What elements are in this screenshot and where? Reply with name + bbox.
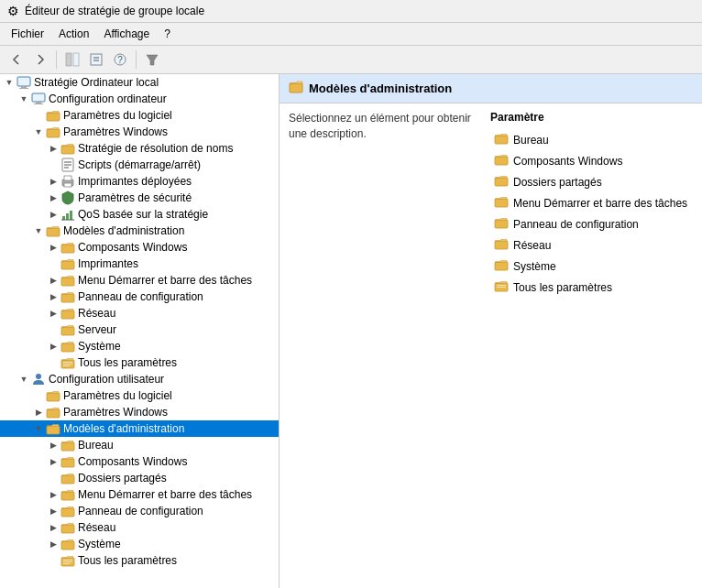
menu-affichage[interactable]: Affichage: [96, 25, 157, 43]
forward-button[interactable]: [29, 49, 51, 71]
tree-item-params-logiciel-2[interactable]: Paramètres du logiciel: [0, 387, 279, 404]
param-list: Bureau Composants Windows Dossiers parta…: [490, 129, 693, 298]
show-tree-button[interactable]: [61, 49, 83, 71]
expand-bureau-2[interactable]: ▶: [46, 438, 60, 452]
expand-reseau-1[interactable]: ▶: [46, 306, 60, 321]
svg-rect-31: [47, 228, 60, 236]
expand-qos[interactable]: ▶: [46, 207, 60, 222]
svg-marker-48: [61, 359, 73, 361]
tree-item-serveur-1[interactable]: Serveur: [0, 321, 279, 338]
tree-item-tous-params-2[interactable]: Tous les paramètres: [0, 552, 279, 569]
back-button[interactable]: [5, 49, 27, 71]
tree-item-reseau-1[interactable]: ▶ Réseau: [0, 305, 279, 321]
svg-rect-13: [34, 103, 43, 104]
tree-item-label-config-ordinateur: Configuration ordinateur: [49, 93, 167, 105]
svg-rect-63: [61, 475, 74, 484]
tree-item-imprimantes-dep[interactable]: ▶ Imprimantes déployées: [0, 173, 279, 190]
param-item-3[interactable]: Menu Démarrer et barre des tâches: [490, 192, 693, 213]
tree-item-menu-demarrer-1[interactable]: ▶ Menu Démarrer et barre des tâches: [0, 272, 279, 289]
param-item-4[interactable]: Panneau de configuration: [490, 213, 693, 234]
expand-modeles-admin-2[interactable]: ▼: [31, 421, 46, 436]
folder-icon: [60, 537, 75, 551]
tree-item-composants-windows-1[interactable]: ▶ Composants Windows: [0, 239, 279, 256]
svg-rect-69: [61, 525, 74, 533]
expand-panneau-controle-1[interactable]: ▶: [46, 289, 60, 304]
param-item-1[interactable]: Composants Windows: [490, 150, 693, 171]
expand-params-windows-1[interactable]: ▼: [31, 125, 46, 139]
tree-item-strategie-noms[interactable]: ▶ Stratégie de résolution de noms: [0, 140, 279, 157]
svg-rect-57: [47, 426, 60, 434]
tree-item-systeme-2[interactable]: ▶ Système: [0, 536, 279, 552]
filter-button[interactable]: [141, 49, 163, 71]
tree-item-params-securite[interactable]: ▶ Paramètres de sécurité: [0, 190, 279, 206]
expand-systeme-1[interactable]: ▶: [46, 339, 60, 354]
menu-help[interactable]: ?: [157, 25, 178, 43]
expand-panneau-controle-2[interactable]: ▶: [46, 504, 60, 518]
tree-item-params-logiciel-1[interactable]: Paramètres du logiciel: [0, 107, 279, 124]
expand-imprimantes-dep[interactable]: ▶: [46, 174, 60, 189]
expand-menu-demarrer-1[interactable]: ▶: [46, 273, 60, 288]
svg-rect-18: [61, 146, 74, 154]
properties-button[interactable]: [85, 49, 107, 71]
menu-action[interactable]: Action: [51, 25, 96, 43]
tree-item-reseau-2[interactable]: ▶ Réseau: [0, 519, 279, 536]
content-header: Modèles d'administration: [280, 74, 702, 103]
svg-marker-70: [61, 524, 73, 526]
tree-item-composants-windows-2[interactable]: ▶ Composants Windows: [0, 453, 279, 470]
param-item-2[interactable]: Dossiers partagés: [490, 171, 693, 192]
root-expand[interactable]: ▼: [2, 75, 16, 90]
svg-rect-88: [495, 220, 508, 228]
tree-item-config-ordinateur[interactable]: ▼ Configuration ordinateur: [0, 91, 279, 107]
folder-icon: [60, 454, 75, 469]
param-item-5[interactable]: Réseau: [490, 234, 693, 256]
param-item-7[interactable]: Tous les paramètres: [490, 277, 693, 298]
menu-fichier[interactable]: Fichier: [4, 25, 51, 43]
tree-item-qos[interactable]: ▶ QoS basée sur la stratégie: [0, 206, 279, 223]
svg-rect-96: [497, 285, 506, 286]
svg-rect-14: [47, 113, 60, 121]
expand-systeme-2[interactable]: ▶: [46, 537, 60, 551]
expand-params-securite[interactable]: ▶: [46, 191, 60, 205]
tree-item-label-params-windows-2: Paramètres Windows: [63, 406, 168, 419]
svg-rect-67: [61, 508, 74, 517]
expand-menu-demarrer-2[interactable]: ▶: [46, 487, 60, 502]
help-button[interactable]: ?: [109, 49, 131, 71]
expand-modeles-admin-1[interactable]: ▼: [31, 223, 46, 238]
tree-item-label-serveur-1: Serveur: [78, 323, 116, 336]
svg-marker-74: [61, 557, 73, 559]
expand-params-windows-2[interactable]: ▶: [31, 405, 46, 419]
param-icon-7: [494, 278, 509, 296]
expand-strategie-noms[interactable]: ▶: [46, 141, 60, 156]
svg-marker-58: [47, 425, 59, 427]
tree-item-dossiers-partages-2[interactable]: Dossiers partagés: [0, 470, 279, 486]
svg-rect-97: [497, 287, 506, 288]
tree-item-label-imprimantes-dep: Imprimantes déployées: [78, 175, 192, 188]
tree-item-systeme-1[interactable]: ▶ Système: [0, 338, 279, 354]
expand-config-ordinateur[interactable]: ▼: [16, 92, 31, 106]
tree-item-config-utilisateur[interactable]: ▼ Configuration utilisateur: [0, 371, 279, 387]
tree-item-panneau-controle-2[interactable]: ▶ Panneau de configuration: [0, 503, 279, 519]
tree-item-modeles-admin-2[interactable]: ▼ Modèles d'administration: [0, 420, 279, 437]
expand-composants-windows-1[interactable]: ▶: [46, 240, 60, 255]
tree-item-imprimantes-1[interactable]: Imprimantes: [0, 256, 279, 272]
tree-panel: ▼ Stratégie Ordinateur local ▼ Configura…: [0, 74, 280, 588]
tree-item-tous-params-1[interactable]: Tous les paramètres: [0, 354, 279, 371]
svg-marker-62: [61, 458, 73, 460]
folder-icon: [60, 141, 75, 156]
tree-item-params-windows-1[interactable]: ▼ Paramètres Windows: [0, 124, 279, 140]
tree-item-params-windows-2[interactable]: ▶ Paramètres Windows: [0, 404, 279, 420]
expand-config-utilisateur[interactable]: ▼: [16, 372, 31, 387]
tree-item-menu-demarrer-2[interactable]: ▶ Menu Démarrer et barre des tâches: [0, 486, 279, 503]
tree-item-bureau-2[interactable]: ▶ Bureau: [0, 437, 279, 453]
param-item-0[interactable]: Bureau: [490, 129, 693, 150]
tree-item-modeles-admin-1[interactable]: ▼ Modèles d'administration: [0, 223, 279, 239]
svg-marker-40: [61, 293, 73, 295]
svg-marker-68: [61, 507, 73, 509]
tree-root[interactable]: ▼ Stratégie Ordinateur local: [0, 74, 279, 91]
tree-item-label-systeme-2: Système: [78, 538, 121, 550]
expand-reseau-2[interactable]: ▶: [46, 520, 60, 535]
expand-composants-windows-2[interactable]: ▶: [46, 454, 60, 469]
param-item-6[interactable]: Système: [490, 256, 693, 277]
tree-item-panneau-controle-1[interactable]: ▶ Panneau de configuration: [0, 289, 279, 305]
tree-item-scripts[interactable]: Scripts (démarrage/arrêt): [0, 157, 279, 173]
